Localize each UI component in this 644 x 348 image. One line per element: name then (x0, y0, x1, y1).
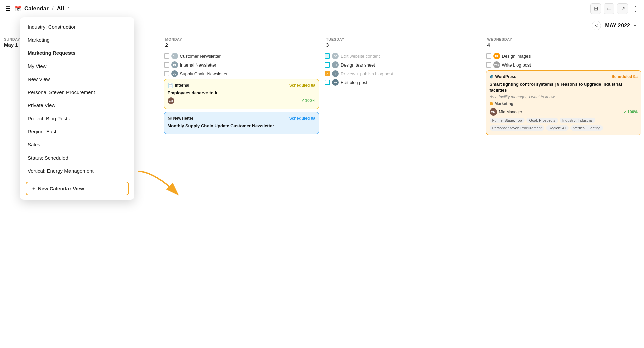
card-title: Smart lighting control systems | 9 reaso… (490, 81, 638, 93)
wednesday-body: DI Design images WB Write blog post ⊕ Wo… (483, 50, 644, 140)
tuesday-body: EC Edit website content DT Design tear s… (322, 50, 483, 90)
avatar: IN (171, 61, 178, 68)
card-title: Monthly Supply Chain Update Customer New… (168, 123, 316, 129)
dropdown-item-new-view[interactable]: New View (20, 73, 134, 86)
calendar-icon: 📅 (15, 5, 21, 12)
list-item[interactable]: WB Write blog post (486, 61, 642, 68)
left-arrow-icon: < (595, 23, 598, 28)
dropdown-item-marketing[interactable]: Marketing (20, 33, 134, 46)
list-item[interactable]: SC Supply Chain Newsletter (164, 70, 319, 77)
card-scheduled: Scheduled 9a (289, 116, 315, 121)
avatar: WB (493, 61, 500, 68)
more-options-button[interactable]: ⋮ (632, 5, 639, 13)
wednesday-header: WEDNESDAY 4 (483, 34, 644, 50)
dropdown-item-marketing-requests[interactable]: Marketing Requests (20, 46, 134, 59)
list-item[interactable]: EB Edit blog post (325, 79, 480, 86)
card-subtitle: As a facility manager, I want to know ..… (490, 95, 638, 99)
wednesday-date: 4 (487, 42, 640, 48)
pill: Goal: Prospects (526, 118, 558, 123)
dropdown-item-sales[interactable]: Sales (20, 138, 134, 151)
monitor-button[interactable]: ▭ (604, 3, 614, 14)
task-label: Edit website content (341, 54, 380, 59)
monitor-icon: ▭ (607, 5, 612, 12)
task-checkbox[interactable] (164, 71, 169, 76)
new-calendar-view-label: New Calendar View (38, 186, 84, 191)
pills-container: Funnel Stage: Top Goal: Prospects Indust… (490, 117, 638, 131)
task-checkbox[interactable] (325, 53, 330, 59)
breadcrumb-slash: / (52, 5, 54, 12)
avatar: DI (493, 53, 500, 59)
card-footer-row: EM 100% (168, 97, 316, 104)
task-checkbox[interactable] (486, 53, 491, 59)
list-item[interactable]: DI Design images (486, 53, 642, 59)
completion-percent: 100% (623, 110, 638, 114)
monday-column: MONDAY 2 CU Customer Newsletter IN Inter… (161, 34, 322, 348)
avatar: EC (332, 53, 339, 59)
card-scheduled: Scheduled 9a (612, 74, 638, 79)
card-source: 📄 Internal (168, 83, 189, 88)
list-item[interactable]: EC Edit website content (325, 53, 480, 59)
source-name: Internal (175, 83, 189, 88)
filter-icon: ⊟ (594, 5, 598, 12)
wordpress-card[interactable]: ⊕ WordPress Scheduled 9a Smart lighting … (486, 70, 642, 135)
card-header: ✉ Newsletter Scheduled 9a (168, 116, 316, 121)
new-calendar-view-button[interactable]: + New Calendar View (26, 182, 129, 195)
source-icon: 📄 (168, 83, 173, 88)
dropdown-item-my-view[interactable]: My View (20, 59, 134, 73)
app-title: Calendar (24, 5, 49, 12)
task-checkbox[interactable] (325, 62, 330, 68)
source-name: Newsletter (173, 116, 194, 121)
month-label[interactable]: MAY 2022 (605, 23, 630, 29)
card-title: Employees deserve to k... (168, 90, 316, 96)
task-checkbox[interactable] (325, 80, 330, 85)
pill: Region: All (546, 125, 569, 131)
view-name[interactable]: All (57, 5, 64, 12)
dropdown-item-persona-steven[interactable]: Persona: Steven Procurement (20, 86, 134, 99)
card-source: ⊕ WordPress (490, 74, 516, 79)
wordpress-icon: ⊕ (490, 74, 494, 79)
task-label: Design tear sheet (341, 62, 375, 68)
task-checkbox[interactable] (164, 62, 169, 68)
dropdown-item-private-view[interactable]: Private View (20, 99, 134, 112)
task-checkbox[interactable] (325, 71, 330, 76)
dropdown-item-vertical-energy[interactable]: Vertical: Energy Management (20, 164, 134, 177)
avatar: RP (332, 70, 339, 77)
task-checkbox[interactable] (164, 53, 169, 59)
list-item[interactable]: IN Internal Newsletter (164, 61, 319, 68)
pill: Funnel Stage: Top (490, 118, 525, 123)
tuesday-date: 3 (326, 42, 479, 48)
wednesday-label: WEDNESDAY (487, 37, 640, 41)
monday-label: MONDAY (165, 37, 318, 41)
avatar: EM (168, 97, 174, 104)
task-label: Supply Chain Newsletter (180, 71, 228, 76)
pill: Persona: Steven Procurement (490, 125, 544, 131)
dropdown-divider (20, 179, 134, 179)
list-item[interactable]: CU Customer Newsletter (164, 53, 319, 59)
dropdown-item-status-scheduled[interactable]: Status: Scheduled (20, 151, 134, 164)
list-item[interactable]: RP Review + publish blog post (325, 70, 480, 77)
prev-month-button[interactable]: < (592, 21, 601, 30)
dropdown-item-industry-construction[interactable]: Industry: Construction (20, 20, 134, 33)
avatar: EB (332, 79, 339, 86)
filter-button[interactable]: ⊟ (590, 3, 601, 14)
dropdown-item-project-blog[interactable]: Project: Blog Posts (20, 112, 134, 125)
newsletter-card[interactable]: ✉ Newsletter Scheduled 9a Monthly Supply… (164, 112, 319, 134)
tag-label: Marketing (495, 101, 514, 106)
task-checkbox[interactable] (486, 62, 491, 68)
avatar: SC (171, 70, 178, 77)
task-label: Review + publish blog post (341, 71, 393, 76)
newsletter-icon: ✉ (168, 116, 172, 121)
task-label: Design images (502, 54, 531, 59)
tuesday-label: TUESDAY (326, 37, 479, 41)
month-chevron-icon[interactable]: ▾ (634, 23, 636, 28)
monday-header: MONDAY 2 (161, 34, 322, 50)
dropdown-item-region-east[interactable]: Region: East (20, 125, 134, 138)
avatar: MM (490, 108, 497, 116)
menu-icon[interactable]: ☰ (5, 5, 11, 12)
card-source: ✉ Newsletter (168, 116, 194, 121)
share-button[interactable]: ↗ (617, 3, 628, 14)
card-tag-row: Marketing (490, 101, 638, 106)
monday-card[interactable]: 📄 Internal Scheduled 8a Employees deserv… (164, 79, 319, 109)
view-chevron-icon[interactable]: ⌃ (67, 6, 70, 11)
list-item[interactable]: DT Design tear sheet (325, 61, 480, 68)
